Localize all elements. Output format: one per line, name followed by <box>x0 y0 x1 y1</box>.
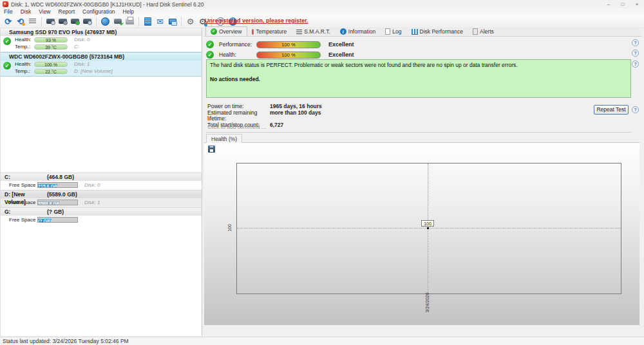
health-bar: 100 % <box>256 51 321 59</box>
performance-row: Performance: 100 % Excellent <box>206 39 642 50</box>
performance-help-icon[interactable] <box>632 39 639 46</box>
disk-ok-icon <box>3 37 11 45</box>
health-label: Health: <box>219 51 256 58</box>
chart-tab-health[interactable]: Health (%) <box>206 134 242 143</box>
tab-alerts[interactable]: Alerts <box>468 27 499 36</box>
partition-name: D: [New Volume] <box>1 191 47 198</box>
plot-area <box>236 163 621 294</box>
settings-gear-icon[interactable]: ⚙ <box>185 16 196 27</box>
comment-field-wrap <box>206 122 631 133</box>
menu-view[interactable]: View <box>35 8 54 15</box>
free-space-label: Free Space <box>9 200 37 205</box>
disk-search-icon[interactable] <box>82 16 93 27</box>
health-row: Health: 100 % Excellent <box>206 50 642 60</box>
free-space-label: Free Space <box>9 217 37 223</box>
title-bar: Disk: 1, WDC WD6002FZWX-00GBGB0 [K1J1HXU… <box>0 0 644 8</box>
disk-item-wdc[interactable]: WDC WD6002FZWX-00GBGB0 (5723164 MB) Heal… <box>1 52 202 77</box>
toolbar-separator <box>41 17 42 26</box>
x-axis-tick: 3/24/2026 <box>424 284 431 321</box>
health-ok-icon <box>206 51 214 59</box>
toolbar-separator <box>138 17 139 26</box>
disk-item-samsung[interactable]: Samsung SSD 970 EVO Plus (476937 MB) Hea… <box>1 28 202 52</box>
disk-undo-icon[interactable] <box>45 16 56 27</box>
information-icon <box>340 28 346 35</box>
remaining-lifetime-label: Estimated remaining lifetime: <box>207 110 270 122</box>
tab-temperature[interactable]: Temperature <box>247 27 292 36</box>
health-bar: 100 % <box>34 62 68 67</box>
print-icon[interactable] <box>124 16 135 27</box>
toolbar: ⟳ ⟲ ✉ ⚙ ⚙ <box>0 15 644 28</box>
partition-item-g[interactable]: G: (? GB) Free Space (? GB) <box>1 207 202 225</box>
disk-number: Disk: 0 <box>84 182 100 188</box>
log-page-icon <box>385 28 390 35</box>
repeat-test-help-icon[interactable] <box>632 106 639 113</box>
thermometer-icon <box>252 29 254 35</box>
details-icon[interactable] <box>27 16 38 27</box>
status-help-icon[interactable] <box>632 61 639 68</box>
maximize-button[interactable]: □ <box>616 0 630 8</box>
overview-check-icon <box>211 28 217 35</box>
disk-sidebar: Samsung SSD 970 EVO Plus (476937 MB) Hea… <box>0 28 202 336</box>
drive-letter: D: [New Volume] <box>74 68 113 74</box>
temp-bar: 39 °C <box>34 44 68 50</box>
partition-name: G: <box>1 208 47 216</box>
disk-number: Disk: 1 <box>74 61 90 67</box>
temp-bar: 22 °C <box>34 69 68 74</box>
health-help-icon[interactable] <box>632 50 639 57</box>
temp-label: Temp.: <box>15 44 34 50</box>
toolbar-separator <box>181 17 182 26</box>
menu-disk[interactable]: Disk <box>17 8 35 15</box>
partition-item-c[interactable]: C: (464.8 GB) Free Space 215.6 GB Disk: … <box>1 172 202 190</box>
health-label: Health: <box>15 37 34 42</box>
tab-disk-performance[interactable]: Disk Performance <box>407 27 469 36</box>
close-button[interactable]: × <box>630 0 644 8</box>
smart-icon <box>296 30 302 34</box>
world-icon[interactable] <box>100 16 111 27</box>
alerts-page-icon <box>473 28 478 35</box>
disk-number: Disk: 1 <box>84 200 100 205</box>
status-line-1: The hard disk status is PERFECT. Problem… <box>210 62 627 69</box>
gridline-horizontal <box>237 228 621 228</box>
disk-title: Samsung SSD 970 EVO Plus (476937 MB) <box>1 28 202 36</box>
data-point-label: 100 <box>421 220 434 227</box>
app-window: Disk: 1, WDC WD6002FZWX-00GBGB0 [K1J1HXU… <box>0 0 644 345</box>
report-icon[interactable] <box>142 16 153 27</box>
menu-report[interactable]: Report <box>55 8 79 15</box>
data-point <box>427 227 429 229</box>
minimize-button[interactable]: – <box>601 0 616 8</box>
repeat-test-button[interactable]: Repeat Test <box>594 105 629 115</box>
health-chart: 100 3/24/2026 100 <box>204 143 639 325</box>
disk-check-icon[interactable] <box>70 16 80 27</box>
menu-configuration[interactable]: Configuration <box>79 8 119 15</box>
partition-list: C: (464.8 GB) Free Space 215.6 GB Disk: … <box>1 172 202 225</box>
health-rating: Excellent <box>328 51 354 58</box>
disk-number: Disk: 0 <box>74 37 90 42</box>
tab-overview[interactable]: Overview <box>205 26 247 36</box>
partition-item-d[interactable]: D: [New Volume] (5589.0 GB) Free Space 5… <box>1 190 202 207</box>
disk-clock-icon[interactable] <box>57 16 68 27</box>
tab-smart[interactable]: S.M.A.R.T. <box>292 27 336 36</box>
tab-log[interactable]: Log <box>381 27 406 36</box>
comment-input[interactable] <box>206 122 631 132</box>
menu-file[interactable]: File <box>0 8 17 15</box>
analyze-icon[interactable]: ⟲ <box>15 16 26 27</box>
app-icon <box>3 1 8 7</box>
partition-size: (464.8 GB) <box>47 173 74 181</box>
menu-bar: File Disk View Report Configuration Help <box>0 8 644 15</box>
chart-tab-bar: Health (%) <box>204 134 639 143</box>
unregistered-link[interactable]: Unregistered version, please register. <box>205 17 308 24</box>
export-icon[interactable] <box>112 16 123 27</box>
performance-label: Performance: <box>219 41 256 48</box>
tab-information[interactable]: Information <box>336 27 381 36</box>
metrics-section: Performance: 100 % Excellent Health: 100… <box>204 37 642 60</box>
tab-bar: Overview Temperature S.M.A.R.T. Informat… <box>204 27 642 37</box>
save-chart-icon[interactable] <box>208 145 215 153</box>
disk-status-text: The hard disk status is PERFECT. Problem… <box>206 59 631 98</box>
network-message-icon[interactable] <box>167 16 178 27</box>
mail-icon[interactable]: ✉ <box>155 16 166 27</box>
menu-help[interactable]: Help <box>119 8 138 15</box>
disk-title: WDC WD6002FZWX-00GBGB0 (5723164 MB) <box>1 53 202 61</box>
y-axis-tick: 100 <box>226 210 234 246</box>
temp-label: Temp.: <box>15 68 34 74</box>
refresh-icon[interactable]: ⟳ <box>3 16 14 27</box>
